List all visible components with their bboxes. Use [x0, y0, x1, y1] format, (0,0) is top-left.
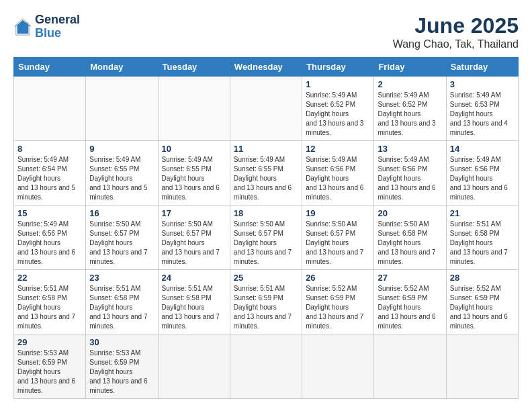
col-tuesday: Tuesday [158, 58, 230, 77]
day-info: Sunrise: 5:49 AMSunset: 6:52 PMDaylight … [306, 91, 363, 136]
table-row [158, 334, 230, 399]
day-info: Sunrise: 5:50 AMSunset: 6:57 PMDaylight … [306, 220, 363, 265]
day-number: 27 [378, 273, 442, 283]
calendar-week-row: 22 Sunrise: 5:51 AMSunset: 6:58 PMDaylig… [14, 270, 519, 334]
table-row: 29 Sunrise: 5:53 AMSunset: 6:59 PMDaylig… [14, 334, 86, 399]
day-number: 9 [89, 144, 154, 154]
day-number: 23 [89, 273, 154, 283]
day-info: Sunrise: 5:49 AMSunset: 6:56 PMDaylight … [378, 156, 435, 201]
day-number: 14 [450, 144, 515, 154]
calendar-week-row: 15 Sunrise: 5:49 AMSunset: 6:56 PMDaylig… [14, 205, 519, 270]
day-info: Sunrise: 5:49 AMSunset: 6:56 PMDaylight … [450, 156, 508, 201]
day-number: 24 [162, 273, 226, 283]
day-info: Sunrise: 5:52 AMSunset: 6:59 PMDaylight … [378, 285, 435, 330]
col-friday: Friday [374, 58, 446, 77]
table-row [446, 334, 518, 399]
calendar-week-row: 29 Sunrise: 5:53 AMSunset: 6:59 PMDaylig… [14, 334, 519, 399]
day-number: 20 [378, 208, 442, 218]
col-sunday: Sunday [14, 58, 86, 77]
table-row: 26 Sunrise: 5:52 AMSunset: 6:59 PMDaylig… [302, 270, 374, 334]
table-row [14, 77, 86, 141]
day-info: Sunrise: 5:51 AMSunset: 6:58 PMDaylight … [89, 285, 147, 330]
day-info: Sunrise: 5:49 AMSunset: 6:55 PMDaylight … [89, 156, 147, 201]
table-row: 10 Sunrise: 5:49 AMSunset: 6:55 PMDaylig… [158, 141, 230, 205]
day-number: 12 [306, 144, 370, 154]
table-row: 8 Sunrise: 5:49 AMSunset: 6:54 PMDayligh… [14, 141, 86, 205]
day-number: 29 [17, 337, 82, 347]
day-info: Sunrise: 5:49 AMSunset: 6:55 PMDaylight … [234, 156, 292, 201]
day-info: Sunrise: 5:51 AMSunset: 6:58 PMDaylight … [450, 220, 508, 265]
table-row: 28 Sunrise: 5:52 AMSunset: 6:59 PMDaylig… [446, 270, 518, 334]
day-info: Sunrise: 5:50 AMSunset: 6:57 PMDaylight … [162, 220, 220, 265]
day-info: Sunrise: 5:49 AMSunset: 6:53 PMDaylight … [450, 91, 508, 136]
logo-blue: Blue [35, 26, 61, 40]
table-row: 18 Sunrise: 5:50 AMSunset: 6:57 PMDaylig… [230, 205, 302, 270]
day-info: Sunrise: 5:53 AMSunset: 6:59 PMDaylight … [89, 349, 147, 394]
day-info: Sunrise: 5:49 AMSunset: 6:54 PMDaylight … [17, 156, 75, 201]
table-row [230, 77, 302, 141]
calendar-header-row: Sunday Monday Tuesday Wednesday Thursday… [14, 58, 519, 77]
col-saturday: Saturday [446, 58, 518, 77]
table-row [158, 77, 230, 141]
table-row: 15 Sunrise: 5:49 AMSunset: 6:56 PMDaylig… [14, 205, 86, 270]
day-number: 2 [378, 79, 442, 89]
day-number: 16 [89, 208, 154, 218]
day-info: Sunrise: 5:51 AMSunset: 6:58 PMDaylight … [17, 285, 75, 330]
day-info: Sunrise: 5:49 AMSunset: 6:56 PMDaylight … [17, 220, 75, 265]
calendar-week-row: 1 Sunrise: 5:49 AMSunset: 6:52 PMDayligh… [14, 77, 519, 141]
table-row: 19 Sunrise: 5:50 AMSunset: 6:57 PMDaylig… [302, 205, 374, 270]
day-number: 10 [162, 144, 226, 154]
title-area: June 2025 Wang Chao, Tak, Thailand [393, 13, 519, 50]
table-row: 14 Sunrise: 5:49 AMSunset: 6:56 PMDaylig… [446, 141, 518, 205]
day-info: Sunrise: 5:53 AMSunset: 6:59 PMDaylight … [17, 349, 75, 394]
col-wednesday: Wednesday [230, 58, 302, 77]
day-number: 28 [450, 273, 515, 283]
table-row: 27 Sunrise: 5:52 AMSunset: 6:59 PMDaylig… [374, 270, 446, 334]
calendar-table: Sunday Monday Tuesday Wednesday Thursday… [13, 57, 519, 399]
col-monday: Monday [86, 58, 158, 77]
logo-general: General [35, 13, 80, 26]
table-row: 30 Sunrise: 5:53 AMSunset: 6:59 PMDaylig… [86, 334, 158, 399]
table-row: 1 Sunrise: 5:49 AMSunset: 6:52 PMDayligh… [302, 77, 374, 141]
day-number: 30 [89, 337, 154, 347]
day-info: Sunrise: 5:49 AMSunset: 6:52 PMDaylight … [378, 91, 435, 136]
table-row: 22 Sunrise: 5:51 AMSunset: 6:58 PMDaylig… [14, 270, 86, 334]
logo: General Blue [13, 13, 80, 40]
page-header: General Blue June 2025 Wang Chao, Tak, T… [13, 13, 519, 50]
calendar-subtitle: Wang Chao, Tak, Thailand [393, 38, 519, 50]
table-row: 13 Sunrise: 5:49 AMSunset: 6:56 PMDaylig… [374, 141, 446, 205]
table-row [374, 334, 446, 399]
table-row: 12 Sunrise: 5:49 AMSunset: 6:56 PMDaylig… [302, 141, 374, 205]
day-info: Sunrise: 5:52 AMSunset: 6:59 PMDaylight … [450, 285, 508, 330]
day-number: 1 [306, 79, 370, 89]
table-row: 23 Sunrise: 5:51 AMSunset: 6:58 PMDaylig… [86, 270, 158, 334]
table-row [230, 334, 302, 399]
table-row: 3 Sunrise: 5:49 AMSunset: 6:53 PMDayligh… [446, 77, 518, 141]
table-row: 16 Sunrise: 5:50 AMSunset: 6:57 PMDaylig… [86, 205, 158, 270]
col-thursday: Thursday [302, 58, 374, 77]
day-info: Sunrise: 5:50 AMSunset: 6:58 PMDaylight … [378, 220, 435, 265]
table-row [86, 77, 158, 141]
day-number: 15 [17, 208, 82, 218]
day-number: 11 [234, 144, 298, 154]
day-info: Sunrise: 5:50 AMSunset: 6:57 PMDaylight … [234, 220, 292, 265]
table-row: 24 Sunrise: 5:51 AMSunset: 6:58 PMDaylig… [158, 270, 230, 334]
day-number: 8 [17, 144, 82, 154]
table-row: 20 Sunrise: 5:50 AMSunset: 6:58 PMDaylig… [374, 205, 446, 270]
table-row: 21 Sunrise: 5:51 AMSunset: 6:58 PMDaylig… [446, 205, 518, 270]
day-info: Sunrise: 5:49 AMSunset: 6:56 PMDaylight … [306, 156, 363, 201]
day-number: 25 [234, 273, 298, 283]
table-row: 2 Sunrise: 5:49 AMSunset: 6:52 PMDayligh… [374, 77, 446, 141]
day-info: Sunrise: 5:50 AMSunset: 6:57 PMDaylight … [89, 220, 147, 265]
day-info: Sunrise: 5:51 AMSunset: 6:59 PMDaylight … [234, 285, 292, 330]
svg-marker-0 [16, 20, 30, 34]
table-row [302, 334, 374, 399]
table-row: 25 Sunrise: 5:51 AMSunset: 6:59 PMDaylig… [230, 270, 302, 334]
table-row: 17 Sunrise: 5:50 AMSunset: 6:57 PMDaylig… [158, 205, 230, 270]
day-number: 17 [162, 208, 226, 218]
day-number: 13 [378, 144, 442, 154]
day-info: Sunrise: 5:51 AMSunset: 6:58 PMDaylight … [162, 285, 220, 330]
calendar-week-row: 8 Sunrise: 5:49 AMSunset: 6:54 PMDayligh… [14, 141, 519, 205]
day-number: 22 [17, 273, 82, 283]
logo-icon [13, 17, 32, 36]
